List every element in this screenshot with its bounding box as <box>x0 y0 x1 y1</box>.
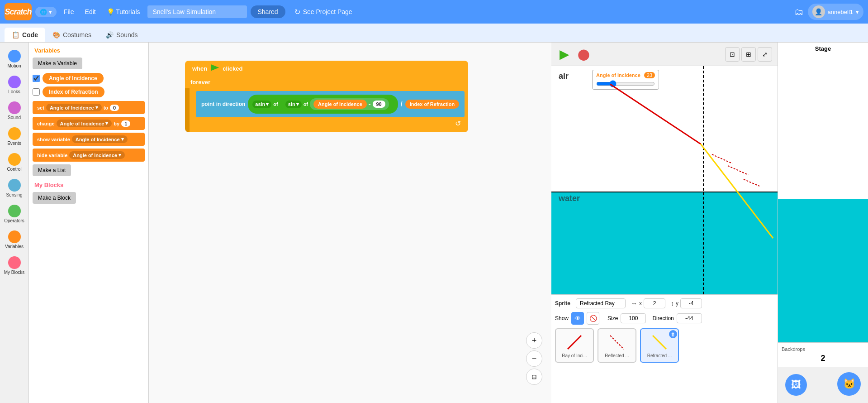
zoom-in-button[interactable]: + <box>526 332 542 349</box>
sin-reporter[interactable]: sin ▾ of Angle of Incidence - <box>281 96 394 112</box>
sidebar-item-variables[interactable]: Variables <box>2 228 27 252</box>
change-val[interactable]: 1 <box>121 120 130 127</box>
forever-arrow: ↺ <box>196 119 465 128</box>
blocks-panel: Variables Make a Variable Angle of Incid… <box>29 43 149 403</box>
user-badge[interactable]: 👤 annebell1 ▾ <box>808 4 863 20</box>
direction-input[interactable] <box>677 313 702 323</box>
asin-reporter[interactable]: asin ▾ of sin ▾ of <box>248 95 398 114</box>
when-flag-hat[interactable]: when clicked <box>185 61 468 76</box>
see-project-button[interactable]: ↻ See Project Page <box>289 5 358 19</box>
when-flag-block[interactable]: when clicked forever point in direction <box>185 61 468 132</box>
flag-icon <box>211 64 219 72</box>
tab-code[interactable]: 📋 Code <box>5 28 45 42</box>
motion-dot <box>8 50 21 62</box>
sidebar-item-motion[interactable]: Motion <box>2 47 27 71</box>
sidebar-label-sound: Sound <box>8 115 21 120</box>
make-variable-button[interactable]: Make a Variable <box>33 58 82 69</box>
sprite-preview-reflected <box>608 333 626 351</box>
make-block-button[interactable]: Make a Block <box>33 192 76 204</box>
sidebar-item-control[interactable]: Control <box>2 150 27 174</box>
angle-slider[interactable] <box>596 80 655 87</box>
val-90[interactable]: 90 <box>373 101 385 108</box>
var-chip-refraction[interactable]: Index of Refraction <box>43 86 104 97</box>
make-list-button[interactable]: Make a List <box>33 164 71 176</box>
shared-button[interactable]: Shared <box>251 5 285 18</box>
tutorials-menu[interactable]: 💡 Tutorials <box>103 6 144 17</box>
hide-variable-block[interactable]: hide variable Angle of Incidence ▾ <box>33 149 145 162</box>
size-input[interactable] <box>621 313 646 323</box>
variable-display: Angle of Incidence 23 <box>592 70 659 90</box>
zoom-out-button[interactable]: − <box>526 350 542 367</box>
sidebar-label-sensing: Sensing <box>6 192 22 197</box>
change-block[interactable]: change Angle of Incidence ▾ by 1 <box>33 117 145 130</box>
divide-symbol: / <box>401 101 403 108</box>
sidebar-item-events[interactable]: Events <box>2 125 27 149</box>
add-sprite-button[interactable]: 🐱 <box>837 372 861 396</box>
var-row-angle: Angle of Incidence <box>33 73 145 84</box>
scratch-logo: Scratch <box>5 3 32 20</box>
sidebar-item-looks[interactable]: Looks <box>2 73 27 97</box>
tabs-row: 📋 Code 🎨 Costumes 🔊 Sounds <box>0 24 868 43</box>
var-checkbox-angle[interactable] <box>33 75 40 82</box>
add-backdrop-button[interactable]: 🖼 <box>785 374 807 396</box>
sidebar-item-myblocks[interactable]: My Blocks <box>2 254 27 278</box>
sprite-thumb-reflected[interactable]: Reflected ... <box>598 328 636 363</box>
show-variable-block[interactable]: show variable Angle of Incidence ▾ <box>33 133 145 146</box>
add-buttons-area: 🐱 🖼 <box>778 367 868 403</box>
sprite-thumb-refracted[interactable]: 🗑 Refracted ... <box>640 328 679 363</box>
sidebar-item-sound[interactable]: Sound <box>2 99 27 123</box>
sprite-name-input[interactable] <box>576 298 626 308</box>
x-input[interactable] <box>644 298 665 308</box>
set-var-pill[interactable]: Angle of Incidence ▾ <box>46 104 102 111</box>
hide-var-pill[interactable]: Angle of Incidence ▾ <box>69 151 125 159</box>
set-val[interactable]: 0 <box>110 105 119 111</box>
edit-menu[interactable]: Edit <box>81 6 100 17</box>
operators-dot <box>8 205 21 217</box>
tab-costumes[interactable]: 🎨 Costumes <box>45 28 99 42</box>
panel-title: Variables <box>33 47 145 54</box>
sidebar-item-operators[interactable]: Operators <box>2 202 27 226</box>
control-dot <box>8 153 21 166</box>
green-flag-button[interactable]: ▶ <box>557 47 572 62</box>
project-title-input[interactable] <box>147 5 247 18</box>
top-navigation: Scratch 🌐 ▾ File Edit 💡 Tutorials Shared… <box>0 0 868 24</box>
hide-eye-button[interactable]: 🚫 <box>587 312 599 325</box>
show-eye-button[interactable]: 👁 <box>571 312 584 325</box>
svg-line-1 <box>610 336 624 349</box>
file-menu[interactable]: File <box>60 6 78 17</box>
sidebar-label-looks: Looks <box>8 89 20 94</box>
point-in-direction-block[interactable]: point in direction asin ▾ of si <box>196 91 465 117</box>
tab-sounds[interactable]: 🔊 Sounds <box>99 28 145 42</box>
folder-button[interactable]: 🗂 <box>794 7 803 17</box>
sidebar-label-operators: Operators <box>4 218 24 223</box>
change-var-pill[interactable]: Angle of Incidence ▾ <box>57 120 112 127</box>
y-input[interactable] <box>680 298 702 308</box>
sprite-label: Sprite <box>555 300 570 307</box>
x-icon: ↔ <box>631 300 637 307</box>
language-button[interactable]: 🌐 ▾ <box>35 7 57 17</box>
fullscreen-button[interactable]: ⤢ <box>758 47 772 62</box>
stop-button[interactable]: ⬤ <box>576 47 591 62</box>
angle-var-reporter[interactable]: Angle of Incidence <box>313 100 367 109</box>
set-block[interactable]: set Angle of Incidence ▾ to 0 <box>33 101 145 114</box>
code-editor[interactable]: when clicked forever point in direction <box>149 43 551 403</box>
asin-dropdown[interactable]: asin ▾ <box>252 101 271 108</box>
var-checkbox-refraction[interactable] <box>33 88 40 96</box>
show-var-pill[interactable]: Angle of Incidence ▾ <box>72 135 128 143</box>
sidebar-item-sensing[interactable]: Sensing <box>2 176 27 200</box>
layout-side-button[interactable]: ⊡ <box>725 47 740 62</box>
forever-block[interactable]: forever <box>185 76 468 88</box>
sprite-delete-button[interactable]: 🗑 <box>669 330 677 338</box>
layout-top-button[interactable]: ⊞ <box>741 47 756 62</box>
sidebar-label-control: Control <box>7 167 21 172</box>
refraction-var-reporter[interactable]: Index of Refraction <box>405 100 460 109</box>
var-chip-angle[interactable]: Angle of Incidence <box>43 73 104 84</box>
direction-label: Direction <box>652 315 674 321</box>
zoom-reset-button[interactable]: ⊟ <box>526 369 542 385</box>
sin-dropdown[interactable]: sin ▾ <box>285 101 302 108</box>
sprite-thumbnails: Ray of Inci... Reflected ... 🗑 Refracted… <box>555 328 774 363</box>
category-sidebar: Motion Looks Sound Events Control Sensin… <box>0 43 29 403</box>
subtract-reporter[interactable]: Angle of Incidence - 90 <box>310 98 389 110</box>
air-label: air <box>559 72 569 81</box>
sprite-thumb-ray-of-inci[interactable]: Ray of Inci... <box>555 328 594 363</box>
